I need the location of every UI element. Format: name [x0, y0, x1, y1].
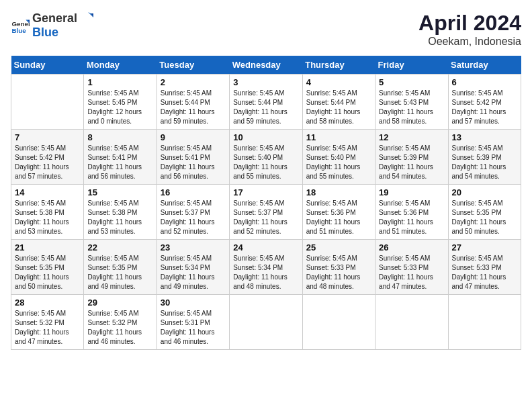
day-number: 16 [161, 187, 226, 197]
day-info: Sunrise: 5:45 AMSunset: 5:38 PMDaylight:… [87, 199, 152, 236]
calendar-week-row: 7Sunrise: 5:45 AMSunset: 5:42 PMDaylight… [11, 130, 521, 185]
calendar-cell [11, 75, 84, 130]
calendar-cell: 7Sunrise: 5:45 AMSunset: 5:42 PMDaylight… [11, 130, 84, 185]
day-info: Sunrise: 5:45 AMSunset: 5:41 PMDaylight:… [161, 144, 226, 181]
day-info: Sunrise: 5:45 AMSunset: 5:34 PMDaylight:… [161, 254, 226, 291]
calendar-cell: 14Sunrise: 5:45 AMSunset: 5:38 PMDayligh… [11, 185, 84, 240]
day-info: Sunrise: 5:45 AMSunset: 5:35 PMDaylight:… [452, 199, 517, 236]
day-info: Sunrise: 5:45 AMSunset: 5:39 PMDaylight:… [379, 144, 444, 181]
day-number: 29 [87, 298, 152, 308]
weekday-header-wednesday: Wednesday [230, 56, 302, 75]
calendar-cell: 23Sunrise: 5:45 AMSunset: 5:34 PMDayligh… [157, 240, 229, 295]
day-number: 24 [233, 242, 298, 253]
day-number: 6 [452, 77, 517, 87]
calendar-cell [230, 295, 302, 350]
logo-general-text: General [32, 11, 77, 26]
day-number: 4 [306, 77, 371, 87]
day-info: Sunrise: 5:45 AMSunset: 5:32 PMDaylight:… [87, 309, 152, 347]
logo: General Blue General Blue [11, 11, 93, 40]
weekday-header-saturday: Saturday [448, 56, 521, 75]
day-number: 19 [379, 187, 444, 197]
logo-blue-text: Blue [32, 26, 58, 39]
calendar-cell: 20Sunrise: 5:45 AMSunset: 5:35 PMDayligh… [448, 185, 521, 240]
calendar-cell: 9Sunrise: 5:45 AMSunset: 5:41 PMDaylight… [157, 130, 229, 185]
calendar-cell: 6Sunrise: 5:45 AMSunset: 5:42 PMDaylight… [448, 75, 521, 130]
day-number: 26 [379, 242, 444, 253]
calendar-cell: 25Sunrise: 5:45 AMSunset: 5:33 PMDayligh… [302, 240, 375, 295]
weekday-header-friday: Friday [375, 56, 448, 75]
calendar-cell: 11Sunrise: 5:45 AMSunset: 5:40 PMDayligh… [302, 130, 375, 185]
day-number: 30 [161, 298, 226, 308]
day-info: Sunrise: 5:45 AMSunset: 5:42 PMDaylight:… [452, 89, 517, 126]
calendar-cell: 22Sunrise: 5:45 AMSunset: 5:35 PMDayligh… [84, 240, 157, 295]
calendar-cell: 18Sunrise: 5:45 AMSunset: 5:36 PMDayligh… [302, 185, 375, 240]
day-number: 5 [379, 77, 444, 87]
day-number: 14 [15, 187, 80, 197]
calendar-cell: 5Sunrise: 5:45 AMSunset: 5:43 PMDaylight… [375, 75, 448, 130]
day-info: Sunrise: 5:45 AMSunset: 5:33 PMDaylight:… [306, 254, 371, 291]
day-number: 8 [87, 132, 152, 142]
calendar-cell: 30Sunrise: 5:45 AMSunset: 5:31 PMDayligh… [157, 295, 229, 350]
day-info: Sunrise: 5:45 AMSunset: 5:32 PMDaylight:… [15, 309, 80, 347]
day-number: 20 [452, 187, 517, 197]
calendar-title: April 2024 [418, 11, 521, 36]
calendar-subtitle: Oeekam, Indonesia [418, 36, 521, 48]
svg-text:Blue: Blue [11, 26, 26, 34]
calendar-cell: 2Sunrise: 5:45 AMSunset: 5:44 PMDaylight… [157, 75, 229, 130]
day-number: 23 [161, 242, 226, 253]
calendar-cell [302, 295, 375, 350]
calendar-cell: 27Sunrise: 5:45 AMSunset: 5:33 PMDayligh… [448, 240, 521, 295]
day-info: Sunrise: 5:45 AMSunset: 5:40 PMDaylight:… [306, 144, 371, 181]
day-number: 9 [161, 132, 226, 142]
weekday-header-thursday: Thursday [302, 56, 375, 75]
day-number: 22 [87, 242, 152, 253]
day-number: 3 [233, 77, 298, 87]
day-number: 13 [452, 132, 517, 142]
calendar-cell: 21Sunrise: 5:45 AMSunset: 5:35 PMDayligh… [11, 240, 84, 295]
calendar-cell: 19Sunrise: 5:45 AMSunset: 5:36 PMDayligh… [375, 185, 448, 240]
day-info: Sunrise: 5:45 AMSunset: 5:44 PMDaylight:… [233, 89, 298, 126]
day-info: Sunrise: 5:45 AMSunset: 5:35 PMDaylight:… [15, 254, 80, 291]
calendar-week-row: 14Sunrise: 5:45 AMSunset: 5:38 PMDayligh… [11, 185, 521, 240]
day-info: Sunrise: 5:45 AMSunset: 5:42 PMDaylight:… [15, 144, 80, 181]
day-info: Sunrise: 5:45 AMSunset: 5:39 PMDaylight:… [452, 144, 517, 181]
calendar-week-row: 21Sunrise: 5:45 AMSunset: 5:35 PMDayligh… [11, 240, 521, 295]
weekday-header-tuesday: Tuesday [157, 56, 229, 75]
calendar-cell: 29Sunrise: 5:45 AMSunset: 5:32 PMDayligh… [84, 295, 157, 350]
weekday-header-monday: Monday [84, 56, 157, 75]
calendar-week-row: 28Sunrise: 5:45 AMSunset: 5:32 PMDayligh… [11, 295, 521, 350]
day-number: 2 [161, 77, 226, 87]
header: General Blue General Blue April 2024 Oee… [11, 11, 521, 48]
day-info: Sunrise: 5:45 AMSunset: 5:34 PMDaylight:… [233, 254, 298, 291]
day-info: Sunrise: 5:45 AMSunset: 5:40 PMDaylight:… [233, 144, 298, 181]
day-number: 11 [306, 132, 371, 142]
logo-icon: General Blue [11, 16, 30, 35]
day-info: Sunrise: 5:45 AMSunset: 5:38 PMDaylight:… [15, 199, 80, 236]
calendar-cell: 16Sunrise: 5:45 AMSunset: 5:37 PMDayligh… [157, 185, 229, 240]
calendar-cell: 13Sunrise: 5:45 AMSunset: 5:39 PMDayligh… [448, 130, 521, 185]
day-info: Sunrise: 5:45 AMSunset: 5:37 PMDaylight:… [161, 199, 226, 236]
calendar-week-row: 1Sunrise: 5:45 AMSunset: 5:45 PMDaylight… [11, 75, 521, 130]
calendar-cell: 24Sunrise: 5:45 AMSunset: 5:34 PMDayligh… [230, 240, 302, 295]
day-info: Sunrise: 5:45 AMSunset: 5:36 PMDaylight:… [379, 199, 444, 236]
calendar-cell: 8Sunrise: 5:45 AMSunset: 5:41 PMDaylight… [84, 130, 157, 185]
weekday-header-sunday: Sunday [11, 56, 84, 75]
calendar-cell: 28Sunrise: 5:45 AMSunset: 5:32 PMDayligh… [11, 295, 84, 350]
logo-bird-icon [79, 11, 93, 26]
day-info: Sunrise: 5:45 AMSunset: 5:33 PMDaylight:… [452, 254, 517, 291]
day-info: Sunrise: 5:45 AMSunset: 5:33 PMDaylight:… [379, 254, 444, 291]
day-info: Sunrise: 5:45 AMSunset: 5:44 PMDaylight:… [306, 89, 371, 126]
calendar-cell: 10Sunrise: 5:45 AMSunset: 5:40 PMDayligh… [230, 130, 302, 185]
calendar-table: SundayMondayTuesdayWednesdayThursdayFrid… [11, 56, 521, 350]
day-number: 10 [233, 132, 298, 142]
title-area: April 2024 Oeekam, Indonesia [418, 11, 521, 48]
weekday-header-row: SundayMondayTuesdayWednesdayThursdayFrid… [11, 56, 521, 75]
day-number: 27 [452, 242, 517, 253]
day-number: 15 [87, 187, 152, 197]
day-number: 17 [233, 187, 298, 197]
day-info: Sunrise: 5:45 AMSunset: 5:43 PMDaylight:… [379, 89, 444, 126]
day-number: 21 [15, 242, 80, 253]
day-info: Sunrise: 5:45 AMSunset: 5:37 PMDaylight:… [233, 199, 298, 236]
day-number: 12 [379, 132, 444, 142]
calendar-cell [448, 295, 521, 350]
